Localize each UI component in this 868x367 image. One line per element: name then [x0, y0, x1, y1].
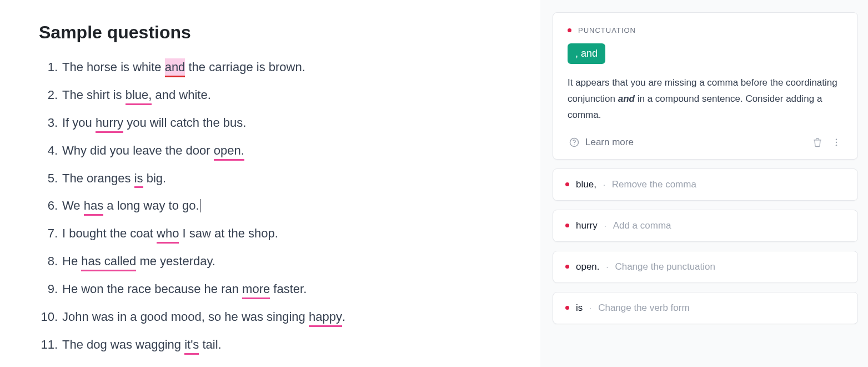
error-highlight[interactable]: it's [184, 336, 199, 354]
bullet-separator: · [606, 262, 609, 271]
suggestion-hint: Change the punctuation [615, 261, 715, 272]
error-highlight[interactable]: hurry [96, 114, 123, 132]
text-cursor [200, 199, 200, 212]
suggestion-card-expanded[interactable]: PUNCTUATION , and It appears that you ar… [553, 12, 858, 160]
delete-button[interactable] [811, 136, 824, 149]
category-dot-icon [565, 182, 569, 186]
category-dot-icon [565, 224, 569, 227]
learn-more-link[interactable]: Learn more [568, 136, 634, 149]
category-dot-icon [565, 306, 569, 310]
svg-point-3 [836, 141, 837, 142]
help-icon [568, 136, 581, 149]
suggestion-hint: Remove the comma [612, 179, 696, 190]
suggestion-word: is [576, 302, 583, 314]
more-options-button[interactable] [830, 136, 843, 149]
suggestions-pane: PUNCTUATION , and It appears that you ar… [540, 0, 868, 367]
suggestion-word: hurry [576, 220, 598, 231]
category-label: PUNCTUATION [578, 26, 636, 34]
question-item[interactable]: The oranges is big. [39, 170, 507, 187]
question-item[interactable]: If you hurry you will catch the bus. [39, 114, 507, 132]
learn-more-label: Learn more [585, 137, 634, 148]
suggestion-word: open. [576, 261, 600, 272]
card-footer: Learn more [568, 136, 843, 149]
question-item[interactable]: We has a long way to go. [39, 197, 507, 215]
question-item[interactable]: The horse is white and the carriage is b… [39, 58, 507, 76]
explanation-text: It appears that you are missing a comma … [568, 75, 843, 123]
question-list: The horse is white and the carriage is b… [39, 58, 507, 354]
suggestion-word: blue, [576, 179, 596, 190]
suggestion-hint: Change the verb form [598, 302, 689, 314]
bullet-separator: · [589, 304, 591, 313]
question-item[interactable]: He won the race because he ran more fast… [39, 280, 507, 298]
question-item[interactable]: I bought the coat who I saw at the shop. [39, 225, 507, 242]
suggestion-hint: Add a comma [613, 220, 671, 231]
error-highlight[interactable]: who [157, 225, 179, 242]
error-highlight[interactable]: is [134, 170, 143, 187]
editor-pane: Sample questions The horse is white and … [0, 0, 540, 367]
question-item[interactable]: Why did you leave the door open. [39, 142, 507, 160]
error-highlight[interactable]: has [84, 197, 103, 215]
bullet-separator: · [603, 180, 605, 189]
suggestion-card-collapsed[interactable]: blue,·Remove the comma [553, 168, 858, 201]
svg-point-2 [836, 138, 837, 140]
suggestion-pill[interactable]: , and [568, 43, 605, 64]
error-highlight[interactable]: open. [214, 142, 244, 160]
category-dot-icon [565, 265, 569, 269]
question-item[interactable]: John was in a good mood, so he was singi… [39, 308, 507, 326]
error-highlight[interactable]: happy [309, 308, 342, 326]
error-highlight[interactable]: more [242, 280, 270, 298]
page-title: Sample questions [39, 22, 507, 43]
explanation-em: and [618, 93, 635, 104]
svg-point-4 [836, 145, 837, 146]
question-item[interactable]: The dog was wagging it's tail. [39, 336, 507, 354]
error-highlight[interactable]: and [165, 58, 185, 76]
category-dot-icon [568, 28, 571, 32]
svg-point-1 [574, 144, 574, 145]
suggestion-card-collapsed[interactable]: hurry·Add a comma [553, 210, 858, 242]
category-row: PUNCTUATION [568, 26, 843, 34]
suggestion-card-collapsed[interactable]: open.·Change the punctuation [553, 251, 858, 283]
question-item[interactable]: He has called me yesterday. [39, 252, 507, 270]
error-highlight[interactable]: blue, [126, 86, 152, 104]
bullet-separator: · [604, 221, 606, 230]
question-item[interactable]: The shirt is blue, and white. [39, 86, 507, 104]
suggestion-card-collapsed[interactable]: is·Change the verb form [553, 292, 858, 324]
error-highlight[interactable]: has called [81, 252, 136, 270]
